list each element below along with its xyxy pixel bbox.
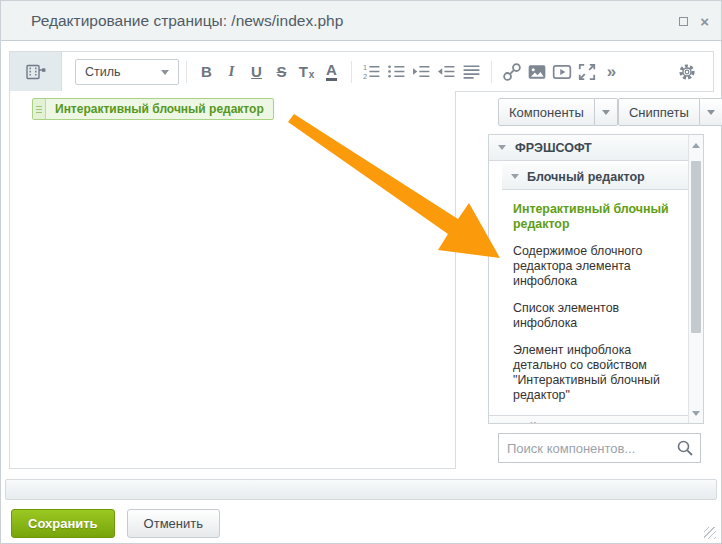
component-search [498,433,701,463]
search-button[interactable] [670,439,700,457]
align-button[interactable] [459,57,484,87]
sidebar-tabs: Компоненты Сниппеты [498,98,701,126]
align-icon [462,62,481,81]
tree-section-label: Сайты 24 [513,421,571,425]
scroll-up-icon[interactable] [689,138,703,152]
strikethrough-button[interactable]: S [269,57,294,87]
tree-section-sites24[interactable]: Сайты 24 [489,415,688,424]
resize-grip[interactable] [704,527,716,539]
video-button[interactable] [549,57,574,87]
tree-item-block-editor-content[interactable]: Содержимое блочного редактора элемента и… [513,244,686,289]
scrollbar-thumb[interactable] [691,161,701,333]
components-button-label[interactable]: Компоненты [498,98,595,126]
collapse-arrow-icon[interactable] [511,174,519,179]
video-icon [552,62,572,82]
image-icon [527,62,547,82]
outdent-button[interactable] [434,57,459,87]
fullscreen-button[interactable] [574,57,599,87]
unordered-list-button[interactable] [384,57,409,87]
bold-icon: B [201,63,212,80]
collapse-arrow-icon[interactable] [498,145,506,150]
tree-item-infoblock-element-detail[interactable]: Элемент инфоблока детально со свойством … [513,343,686,403]
italic-icon: I [229,63,235,80]
text-color-icon: A [326,62,337,81]
components-dropdown-arrow[interactable] [595,98,618,126]
edit-page-dialog: Редактирование страницы: /news/index.php… [0,0,722,544]
cancel-button[interactable]: Отменить [127,509,220,538]
snippets-dropdown-arrow[interactable] [700,98,722,126]
unordered-list-icon [387,62,406,81]
chevron-down-icon [161,70,169,75]
block-editor-icon [24,62,48,82]
editor-canvas[interactable]: Интерактивный блочный редактор [9,91,456,469]
style-dropdown-label: Стиль [85,65,121,79]
toolbar-divider [491,61,492,83]
link-button[interactable] [499,57,524,87]
svg-text:1: 1 [363,63,367,72]
snippets-button[interactable]: Сниппеты [618,98,722,126]
image-button[interactable] [524,57,549,87]
drag-handle-icon[interactable] [33,99,46,119]
editor-footer-strip [5,479,717,500]
clear-format-icon: T [299,63,308,80]
tree-item-list: Интерактивный блочный редактор Содержимо… [489,190,688,403]
more-tools-button[interactable]: » [599,57,624,87]
indent-button[interactable] [409,57,434,87]
tree-item-infoblock-elements-list[interactable]: Список элементов инфоблока [513,301,686,331]
outdent-icon [437,62,456,81]
more-icon: » [607,62,616,82]
style-dropdown[interactable]: Стиль [75,59,179,85]
snippets-button-label[interactable]: Сниппеты [618,98,700,126]
text-color-button[interactable]: A [319,57,344,87]
dialog-title: Редактирование страницы: /news/index.php [31,12,343,30]
scroll-down-icon[interactable] [689,406,703,420]
tree-section-label: ФРЭШСОФТ [515,141,592,155]
components-tree: ФРЭШСОФТ Блочный редактор Интерактивный … [488,134,704,424]
component-block-badge[interactable]: Интерактивный блочный редактор [32,98,274,120]
tree-section-freshsoft[interactable]: ФРЭШСОФТ [489,135,688,161]
components-button[interactable]: Компоненты [498,98,618,126]
strikethrough-icon: S [276,63,286,80]
settings-button[interactable] [674,57,699,87]
chevron-down-icon [602,110,610,115]
fullscreen-icon [577,62,597,82]
chevron-down-icon [707,110,715,115]
ordered-list-button[interactable]: 1 2 [359,57,384,87]
tree-scrollbar[interactable] [688,135,703,423]
maximize-icon[interactable] [679,17,688,26]
ordered-list-icon: 1 2 [362,62,381,81]
block-mode-button[interactable] [10,52,62,91]
editor-toolbar: Стиль B I U S Tx A 1 2 [9,51,714,92]
close-icon[interactable]: × [700,14,709,29]
tree-section-block-editor[interactable]: Блочный редактор [502,164,688,190]
italic-button[interactable]: I [219,57,244,87]
link-icon [502,62,522,82]
clear-format-button[interactable]: Tx [294,57,319,87]
gear-icon [677,62,697,82]
toolbar-divider [186,61,187,83]
indent-icon [412,62,431,81]
window-controls: × [679,1,709,41]
save-button[interactable]: Сохранить [11,509,115,538]
underline-icon: U [251,63,262,80]
svg-text:2: 2 [363,72,367,81]
search-icon [676,439,694,457]
tree-item-interactive-block-editor[interactable]: Интерактивный блочный редактор [513,202,686,232]
search-input[interactable] [499,441,670,456]
expand-arrow-icon[interactable] [499,424,504,425]
tree-section-label: Блочный редактор [527,170,645,184]
toolbar-divider [351,61,352,83]
bold-button[interactable]: B [194,57,219,87]
dialog-titlebar: Редактирование страницы: /news/index.php… [1,1,721,41]
underline-button[interactable]: U [244,57,269,87]
dialog-button-bar: Сохранить Отменить [11,509,220,538]
component-block-label: Интерактивный блочный редактор [46,99,273,119]
